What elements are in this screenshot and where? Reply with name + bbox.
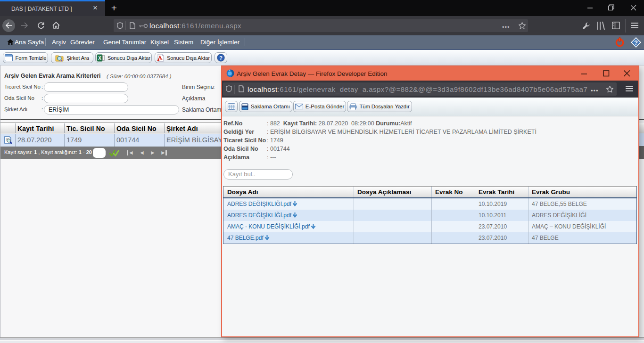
svg-text:?: ? [219, 55, 223, 61]
svg-text:?: ? [634, 39, 638, 46]
svg-text:X: X [98, 56, 101, 61]
